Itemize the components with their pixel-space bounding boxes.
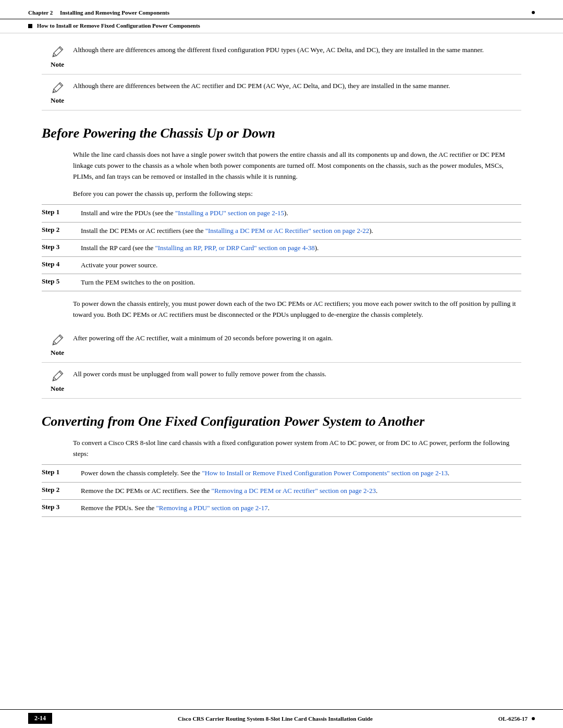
footer-separator-icon <box>532 717 535 720</box>
s2step2-text-after: . <box>376 487 377 495</box>
table-row: Step 2 Remove the DC PEMs or AC rectifie… <box>42 482 521 499</box>
step-label: Step 4 <box>42 256 76 274</box>
main-content: Note Although there are differences amon… <box>0 33 563 548</box>
chapter-label: Chapter 2 <box>28 9 53 16</box>
page: Chapter 2 Installing and Removing Power … <box>0 0 563 728</box>
table-row: Step 3 Install the RP card (see the "Ins… <box>42 239 521 256</box>
header-separator-icon <box>532 11 535 14</box>
pencil-icon-1 <box>50 45 65 59</box>
step1-text-after: ). <box>284 209 288 217</box>
step-label: Step 1 <box>42 465 76 482</box>
table-row: Step 5 Turn the PEM switches to the on p… <box>42 274 521 291</box>
step-label: Step 5 <box>42 274 76 291</box>
step-content: Install the RP card (see the "Installing… <box>76 239 521 256</box>
step1-link[interactable]: "Installing a PDU" section on page 2-15 <box>175 209 284 217</box>
note-icon-3: Note <box>42 332 73 357</box>
note-label-3: Note <box>51 349 64 357</box>
s2step2-text-before: Remove the DC PEMs or AC rectifiers. See… <box>81 487 212 495</box>
section1-para3: To power down the chassis entirely, you … <box>73 299 521 320</box>
step-label: Step 2 <box>42 482 76 499</box>
note-label-4: Note <box>51 385 64 393</box>
step3-link[interactable]: "Installing an RP, PRP, or DRP Card" sec… <box>155 244 314 252</box>
note-icon-4: Note <box>42 368 73 393</box>
table-row: Step 1 Power down the chassis completely… <box>42 465 521 482</box>
page-footer: 2-14 Cisco CRS Carrier Routing System 8-… <box>0 709 563 728</box>
step-label: Step 3 <box>42 239 76 256</box>
page-header: Chapter 2 Installing and Removing Power … <box>0 0 563 19</box>
note-block-1: Note Although there are differences amon… <box>42 39 521 75</box>
header-right <box>532 11 535 14</box>
steps-table-2: Step 1 Power down the chassis completely… <box>42 464 521 516</box>
table-row: Step 2 Install the DC PEMs or AC rectifi… <box>42 222 521 239</box>
pencil-icon-2 <box>50 81 65 95</box>
step-content: Install and wire the PDUs (see the "Inst… <box>76 205 521 222</box>
s2step1-text-before: Power down the chassis completely. See t… <box>81 469 202 477</box>
breadcrumb: How to Install or Remove Fixed Configura… <box>0 19 563 33</box>
table-row: Step 4 Activate your power source. <box>42 256 521 274</box>
table-row: Step 3 Remove the PDUs. See the "Removin… <box>42 499 521 516</box>
step1-text-before: Install and wire the PDUs (see the <box>81 209 175 217</box>
note-block-2: Note Although there are differences betw… <box>42 75 521 110</box>
breadcrumb-icon <box>28 24 32 28</box>
step2-text-after: ). <box>369 227 373 235</box>
step-content: Power down the chassis completely. See t… <box>76 465 521 482</box>
note-text-1: Although there are differences among the… <box>73 44 521 55</box>
footer-doc-title: Cisco CRS Carrier Routing System 8-Slot … <box>52 715 498 722</box>
section2-para1: To convert a Cisco CRS 8-slot line card … <box>73 438 521 460</box>
steps-table-1: Step 1 Install and wire the PDUs (see th… <box>42 204 521 291</box>
step-content: Activate your power source. <box>76 256 521 274</box>
step-content: Install the DC PEMs or AC rectifiers (se… <box>76 222 521 239</box>
step-content: Turn the PEM switches to the on position… <box>76 274 521 291</box>
section1-para1: While the line card chassis does not hav… <box>73 150 521 182</box>
note-label-1: Note <box>51 60 64 69</box>
s2step1-text-after: . <box>448 469 449 477</box>
footer-right: OL-6256-17 <box>498 715 535 722</box>
note-icon-2: Note <box>42 80 73 105</box>
s2step3-text-after: . <box>268 504 270 512</box>
s2step2-link[interactable]: "Removing a DC PEM or AC rectifier" sect… <box>212 487 376 495</box>
note-block-3: Note After powering off the AC rectifier… <box>42 327 521 363</box>
chapter-title: Installing and Removing Power Components <box>60 9 169 16</box>
breadcrumb-text: How to Install or Remove Fixed Configura… <box>37 22 200 29</box>
s2step1-link[interactable]: "How to Install or Remove Fixed Configur… <box>202 469 447 477</box>
step-label: Step 1 <box>42 205 76 222</box>
note-text-3: After powering off the AC rectifier, wai… <box>73 332 521 343</box>
header-chapter-label: Chapter 2 Installing and Removing Power … <box>28 9 169 16</box>
step2-text-before: Install the DC PEMs or AC rectifiers (se… <box>81 227 205 235</box>
pencil-icon-4 <box>50 369 65 384</box>
note-label-2: Note <box>51 96 64 105</box>
section1-heading: Before Powering the Chassis Up or Down <box>42 125 521 141</box>
step-content: Remove the PDUs. See the "Removing a PDU… <box>76 499 521 516</box>
s2step3-link[interactable]: "Removing a PDU" section on page 2-17 <box>156 504 267 512</box>
s2step3-text-before: Remove the PDUs. See the <box>81 504 156 512</box>
pencil-icon-3 <box>50 333 65 348</box>
step-label: Step 3 <box>42 499 76 516</box>
section2-heading: Converting from One Fixed Configuration … <box>42 413 521 429</box>
note-text-2: Although there are differences between t… <box>73 80 521 91</box>
step-label: Step 2 <box>42 222 76 239</box>
step3-text-before: Install the RP card (see the <box>81 244 155 252</box>
step3-text-after: ). <box>315 244 319 252</box>
step-content: Remove the DC PEMs or AC rectifiers. See… <box>76 482 521 499</box>
footer-page-number: 2-14 <box>28 713 52 724</box>
note-block-4: Note All power cords must be unplugged f… <box>42 363 521 399</box>
step2-link[interactable]: "Installing a DC PEM or AC Rectifier" se… <box>205 227 370 235</box>
note-icon-1: Note <box>42 44 73 69</box>
section1-para2: Before you can power the chassis up, per… <box>73 189 521 200</box>
table-row: Step 1 Install and wire the PDUs (see th… <box>42 205 521 222</box>
note-text-4: All power cords must be unplugged from w… <box>73 368 521 379</box>
footer-doc-number: OL-6256-17 <box>498 715 528 722</box>
